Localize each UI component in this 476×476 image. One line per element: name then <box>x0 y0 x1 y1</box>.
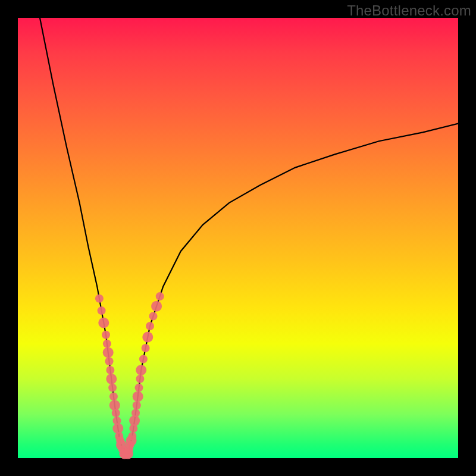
highlight-dot <box>151 301 162 312</box>
bottleneck-curve <box>40 18 458 454</box>
highlight-dot <box>128 432 136 440</box>
highlight-dot <box>142 344 150 352</box>
highlight-dot <box>142 332 153 343</box>
highlight-dot <box>106 366 114 374</box>
highlight-dot <box>103 347 114 358</box>
highlight-dot <box>108 384 117 392</box>
highlight-dot <box>102 331 110 339</box>
highlight-dot <box>133 401 141 409</box>
highlight-dot <box>131 409 140 417</box>
highlight-dot <box>103 340 111 348</box>
highlight-dot <box>112 409 120 417</box>
highlight-dot <box>136 375 144 383</box>
highlight-dot <box>106 374 117 384</box>
highlight-dot <box>95 295 104 303</box>
highlight-dot <box>109 392 118 400</box>
highlight-dot <box>98 306 106 315</box>
highlight-dot <box>149 312 158 320</box>
highlight-dot <box>133 391 143 402</box>
highlight-dot <box>135 384 143 392</box>
watermark-text: TheBottleneck.com <box>347 2 471 19</box>
chart-frame: TheBottleneck.com <box>0 0 476 476</box>
plot-area <box>18 18 458 458</box>
highlight-dot <box>98 318 109 328</box>
highlight-dot <box>146 322 154 330</box>
highlight-dot <box>156 292 164 300</box>
highlight-dot <box>139 355 148 364</box>
highlight-dot <box>105 357 114 365</box>
highlight-dot <box>136 365 146 375</box>
highlight-dots <box>95 292 164 459</box>
bottleneck-curve-svg <box>18 18 458 458</box>
